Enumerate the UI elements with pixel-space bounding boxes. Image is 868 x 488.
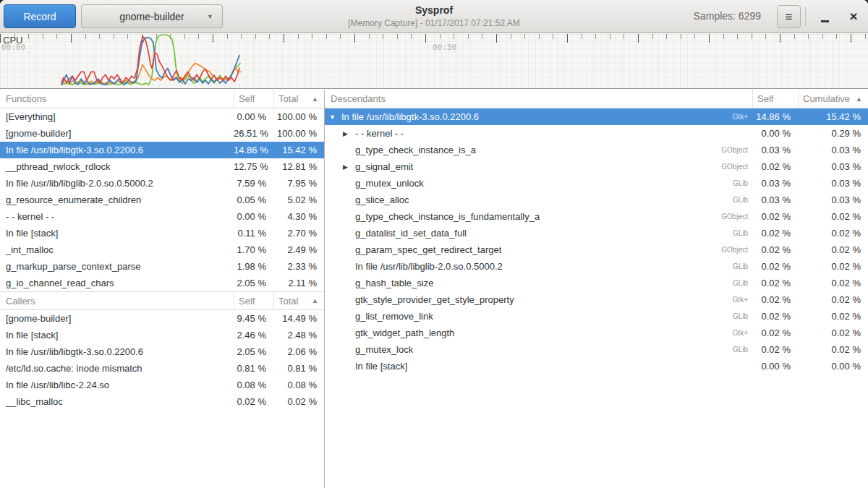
cumulative-percent-cell: 0.02 % bbox=[798, 344, 868, 355]
minimize-icon bbox=[821, 20, 829, 22]
function-name-cell: __pthread_rwlock_rdlock bbox=[0, 161, 234, 172]
self-column-header[interactable]: Self bbox=[752, 90, 798, 108]
close-icon: × bbox=[849, 9, 857, 25]
app-title: Sysprof bbox=[217, 4, 651, 17]
tree-row[interactable]: ▶ - - kernel - - 0.00 % 0.29 % bbox=[325, 125, 868, 142]
function-name-cell: In file /usr/lib/libglib-2.0.so.0.5000.2 bbox=[355, 261, 503, 272]
close-button[interactable]: × bbox=[845, 6, 862, 27]
function-name-cell: In file /usr/lib/libgtk-3.so.0.2200.6 bbox=[0, 145, 234, 155]
self-percent-cell: 0.00 % bbox=[234, 211, 273, 222]
tree-row[interactable]: In file /usr/lib/libglib-2.0.so.0.5000.2… bbox=[325, 258, 868, 275]
self-percent-cell: 14.86 % bbox=[752, 111, 798, 122]
function-name-cell: In file [stack] bbox=[355, 361, 407, 372]
expander-icon[interactable]: ▶ bbox=[343, 163, 355, 171]
tree-row[interactable]: g_type_check_instance_is_fundamentally_a… bbox=[325, 208, 868, 225]
library-badge: Gtk+ bbox=[727, 113, 752, 121]
table-row[interactable]: - - kernel - - 0.00 % 4.30 % bbox=[0, 208, 324, 225]
menu-button[interactable]: ≡ bbox=[777, 5, 801, 28]
self-percent-cell: 0.02 % bbox=[752, 228, 798, 239]
cumulative-percent-cell: 15.42 % bbox=[798, 111, 868, 122]
tree-row[interactable]: ▼ In file /usr/lib/libgtk-3.so.0.2200.6 … bbox=[325, 108, 868, 125]
expander-icon[interactable]: ▼ bbox=[329, 114, 341, 121]
library-badge: GObject bbox=[715, 246, 752, 254]
expander-icon[interactable]: ▶ bbox=[343, 130, 355, 137]
cumulative-percent-cell: 0.00 % bbox=[798, 361, 868, 372]
table-row[interactable]: [Everything] 0.00 % 100.00 % bbox=[0, 108, 324, 125]
table-row[interactable]: In file [stack] 2.46 % 2.48 % bbox=[0, 327, 324, 343]
descendants-pane: Descendants Self Cumulative ▲ ▼ In file … bbox=[325, 90, 868, 488]
self-percent-cell: 26.51 % bbox=[234, 128, 273, 139]
self-percent-cell: 1.70 % bbox=[234, 244, 273, 255]
library-badge: GLib bbox=[727, 346, 752, 354]
self-column-header[interactable]: Self bbox=[234, 90, 273, 108]
table-row[interactable]: g_io_channel_read_chars 2.05 % 2.11 % bbox=[0, 275, 324, 291]
tree-row[interactable]: g_list_remove_link GLib 0.02 % 0.02 % bbox=[325, 308, 868, 325]
table-row[interactable]: g_markup_parse_context_parse 1.98 % 2.33… bbox=[0, 258, 324, 275]
sort-ascending-icon: ▲ bbox=[312, 95, 318, 103]
tree-row[interactable]: g_mutex_unlock GLib 0.03 % 0.03 % bbox=[325, 175, 868, 192]
tree-row[interactable]: ▶ g_signal_emit GObject 0.02 % 0.03 % bbox=[325, 158, 868, 175]
tree-row[interactable]: g_datalist_id_set_data_full GLib 0.02 % … bbox=[325, 225, 868, 241]
self-percent-cell: 0.03 % bbox=[752, 194, 798, 205]
self-column-header[interactable]: Self bbox=[234, 292, 273, 309]
function-name-cell: In file /usr/lib/libgtk-3.so.0.2200.6 bbox=[341, 111, 479, 122]
self-percent-cell: 0.02 % bbox=[752, 261, 798, 272]
self-percent-cell: 14.86 % bbox=[234, 145, 273, 155]
table-row[interactable]: _int_malloc 1.70 % 2.49 % bbox=[0, 241, 324, 258]
total-column-header[interactable]: Total ▲ bbox=[273, 292, 324, 309]
minimize-button[interactable] bbox=[816, 6, 833, 27]
function-name-cell: [Everything] bbox=[0, 111, 234, 122]
tree-row[interactable]: g_param_spec_get_redirect_target GObject… bbox=[325, 241, 868, 258]
table-row[interactable]: __libc_malloc 0.02 % 0.02 % bbox=[0, 393, 324, 410]
callers-table-header: Callers Self Total ▲ bbox=[0, 291, 324, 310]
self-percent-cell: 0.03 % bbox=[752, 145, 798, 155]
table-row[interactable]: In file /usr/lib/libgtk-3.so.0.2200.6 2.… bbox=[0, 343, 324, 360]
library-badge: GLib bbox=[727, 312, 752, 320]
self-percent-cell: 0.02 % bbox=[752, 161, 798, 172]
function-name-cell: g_mutex_lock bbox=[355, 344, 413, 355]
self-percent-cell: 0.02 % bbox=[752, 278, 798, 288]
callers-column-header[interactable]: Callers bbox=[0, 292, 234, 309]
table-row[interactable]: [gnome-builder] 26.51 % 100.00 % bbox=[0, 125, 324, 142]
total-percent-cell: 2.33 % bbox=[273, 261, 324, 272]
table-row[interactable]: g_resource_enumerate_children 0.05 % 5.0… bbox=[0, 192, 324, 208]
table-row[interactable]: In file /usr/lib/libgtk-3.so.0.2200.6 14… bbox=[0, 142, 324, 158]
tree-row[interactable]: g_type_check_instance_is_a GObject 0.03 … bbox=[325, 142, 868, 158]
self-percent-cell: 0.02 % bbox=[752, 328, 798, 338]
cpu-usage-graph[interactable]: CPU 00:00 00:30 bbox=[0, 34, 868, 89]
table-row[interactable]: In file /usr/lib/libc-2.24.so 0.08 % 0.0… bbox=[0, 377, 324, 393]
total-percent-cell: 2.49 % bbox=[273, 244, 324, 255]
tree-row[interactable]: In file [stack] 0.00 % 0.00 % bbox=[325, 358, 868, 374]
tree-row[interactable]: g_hash_table_size GLib 0.02 % 0.02 % bbox=[325, 275, 868, 291]
self-percent-cell: 12.75 % bbox=[234, 161, 273, 172]
total-percent-cell: 4.30 % bbox=[273, 211, 324, 222]
total-percent-cell: 2.06 % bbox=[273, 346, 324, 357]
function-name-cell: gtk_widget_path_length bbox=[355, 328, 454, 338]
cumulative-column-header[interactable]: Cumulative ▲ bbox=[798, 90, 868, 108]
table-row[interactable]: __pthread_rwlock_rdlock 12.75 % 12.81 % bbox=[0, 158, 324, 175]
tree-row[interactable]: gtk_widget_path_length Gtk+ 0.02 % 0.02 … bbox=[325, 325, 868, 341]
total-percent-cell: 100.00 % bbox=[273, 111, 324, 122]
cumulative-percent-cell: 0.03 % bbox=[798, 178, 868, 189]
tree-row[interactable]: gtk_style_provider_get_style_property Gt… bbox=[325, 291, 868, 308]
table-row[interactable]: In file /usr/lib/libglib-2.0.so.0.5000.2… bbox=[0, 175, 324, 192]
self-percent-cell: 0.05 % bbox=[234, 194, 273, 205]
total-percent-cell: 2.70 % bbox=[273, 228, 324, 239]
time-label-mid: 00:30 bbox=[433, 43, 456, 52]
process-selector-dropdown[interactable]: gnome-builder ▼ bbox=[81, 4, 223, 28]
functions-column-header[interactable]: Functions bbox=[0, 90, 234, 108]
record-button[interactable]: Record bbox=[4, 4, 76, 28]
cumulative-percent-cell: 0.02 % bbox=[798, 228, 868, 239]
tree-row[interactable]: g_slice_alloc GLib 0.03 % 0.03 % bbox=[325, 192, 868, 208]
descendants-column-header[interactable]: Descendants bbox=[325, 90, 752, 108]
total-column-header[interactable]: Total ▲ bbox=[273, 90, 324, 108]
table-row[interactable]: In file [stack] 0.11 % 2.70 % bbox=[0, 225, 324, 241]
table-row[interactable]: [gnome-builder] 9.45 % 14.49 % bbox=[0, 310, 324, 327]
library-badge: GLib bbox=[727, 179, 752, 187]
total-percent-cell: 2.11 % bbox=[273, 278, 324, 288]
self-percent-cell: 2.05 % bbox=[234, 346, 273, 357]
functions-table-body: [Everything] 0.00 % 100.00 % [gnome-buil… bbox=[0, 108, 324, 291]
functions-table-header: Functions Self Total ▲ bbox=[0, 90, 324, 108]
tree-row[interactable]: g_mutex_lock GLib 0.02 % 0.02 % bbox=[325, 341, 868, 358]
table-row[interactable]: /etc/ld.so.cache: inode mismatch 0.81 % … bbox=[0, 360, 324, 377]
